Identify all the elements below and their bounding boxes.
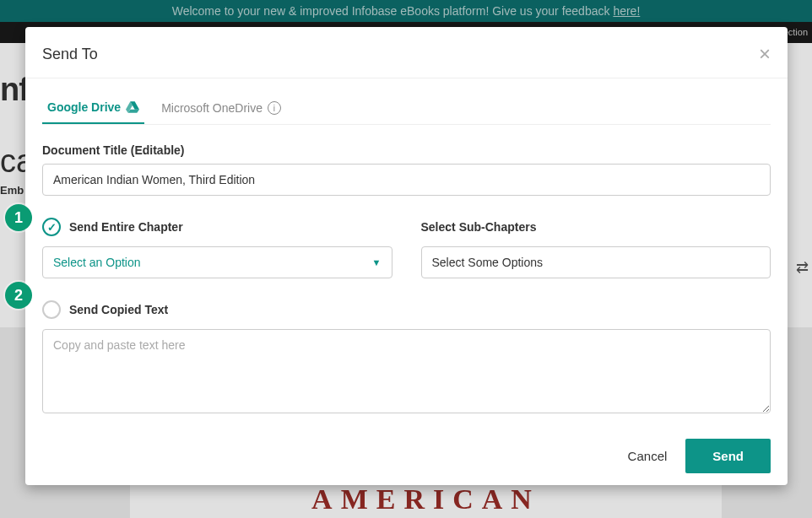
- tab-onedrive-label: Microsoft OneDrive: [161, 101, 263, 115]
- annotation-callout-1: 1: [5, 204, 32, 231]
- onedrive-icon: i: [268, 101, 281, 115]
- tab-google-drive-label: Google Drive: [47, 100, 121, 114]
- annotation-callout-2: 2: [5, 282, 32, 309]
- copied-text-textarea[interactable]: [42, 329, 771, 413]
- chapter-select-value: Select an Option: [53, 256, 141, 269]
- chevron-down-icon: ▼: [372, 257, 382, 267]
- cancel-button[interactable]: Cancel: [625, 442, 671, 470]
- doc-title-label: Document Title (Editable): [42, 143, 771, 157]
- send-copied-radio[interactable]: Send Copied Text: [42, 300, 771, 319]
- modal-header: Send To ×: [25, 27, 788, 78]
- send-copied-label: Send Copied Text: [69, 303, 168, 316]
- subchapter-select[interactable]: Select Some Options: [421, 246, 771, 278]
- google-drive-icon: [126, 101, 139, 113]
- radio-checked-icon: [42, 218, 61, 236]
- close-icon[interactable]: ×: [759, 44, 771, 64]
- modal-body: Google Drive Microsoft OneDrive i Docume…: [25, 94, 788, 485]
- subchapter-label: Select Sub-Chapters: [421, 218, 771, 236]
- subchapter-select-value: Select Some Options: [432, 256, 544, 269]
- modal-footer: Cancel Send: [42, 439, 771, 473]
- chapter-select[interactable]: Select an Option ▼: [42, 246, 392, 278]
- destination-tabs: Google Drive Microsoft OneDrive i: [42, 94, 771, 125]
- modal-title: Send To: [42, 46, 98, 63]
- tab-onedrive[interactable]: Microsoft OneDrive i: [156, 94, 286, 124]
- doc-title-input[interactable]: [42, 164, 771, 196]
- tab-google-drive[interactable]: Google Drive: [42, 94, 144, 124]
- send-button[interactable]: Send: [685, 439, 771, 473]
- send-chapter-label: Send Entire Chapter: [69, 220, 183, 234]
- send-to-modal: Send To × Google Drive Microsoft OneDriv…: [25, 27, 788, 485]
- send-chapter-radio[interactable]: Send Entire Chapter: [42, 218, 392, 236]
- radio-unchecked-icon: [42, 300, 61, 319]
